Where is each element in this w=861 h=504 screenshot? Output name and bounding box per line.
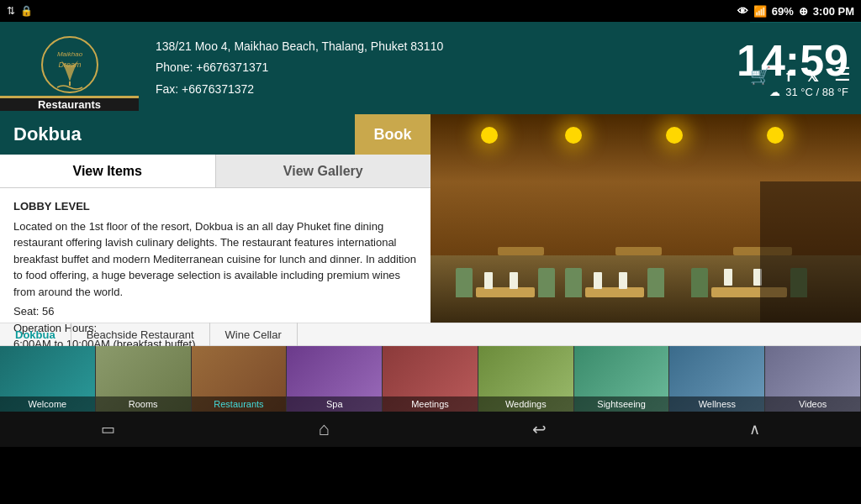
android-icon: ⊕ [799,5,808,18]
seat-info: Seat: 56 [13,303,417,320]
tab-beachside[interactable]: Beachside Restaurant [71,323,210,346]
description-text: Located on the 1st floor of the resort, … [13,218,417,301]
restaurant-name: Dokbua [0,123,355,145]
thumb-welcome[interactable]: Welcome [0,346,96,412]
level-title: LOBBY LEVEL [13,198,417,215]
home-button[interactable]: ⌂ [318,418,329,440]
facebook-icon[interactable]: f [786,68,791,86]
tab-view-gallery[interactable]: View Gallery [216,155,431,187]
thumb-wellness[interactable]: Wellness [669,346,765,412]
back-button[interactable]: ↩ [532,419,547,439]
thumb-videos[interactable]: Videos [765,346,861,412]
tabs: View Items View Gallery [0,155,430,188]
wifi-icon: 📶 [753,5,767,18]
thumb-welcome-label: Welcome [0,396,95,412]
thumb-rooms-label: Rooms [96,396,191,412]
thumb-spa-label: Spa [287,396,382,412]
recent-apps-button[interactable]: ▭ [101,420,115,438]
cart-icon[interactable]: 🛒 [750,66,771,86]
nav-label[interactable]: Restaurants [0,98,139,111]
contact-info: 138/21 Moo 4, Maikhao Beach, Thalang, Ph… [139,36,693,100]
tab-view-items[interactable]: View Items [0,155,216,187]
twitter-icon[interactable]: 𝕏 [806,67,819,86]
restaurant-photo [430,114,861,323]
restaurant-photo-panel [430,114,861,323]
thumb-rooms[interactable]: Rooms [96,346,192,412]
thumb-meetings[interactable]: Meetings [383,346,478,412]
bottom-thumbnails: Welcome Rooms Restaurants Spa Meetings W… [0,346,861,412]
book-button[interactable]: Book [355,114,430,155]
thumb-restaurants[interactable]: Restaurants [192,346,288,412]
main-content: Dokbua Book View Items View Gallery LOBB… [0,114,861,323]
thumb-weddings-label: Weddings [478,396,573,412]
lock-icon: 🔒 [20,5,33,17]
thumb-sightseeing-label: Sightseeing [574,396,669,412]
usb-icon: ⇅ [7,5,15,17]
menu-icon[interactable]: ☰ [834,64,851,86]
system-time: 3:00 PM [813,5,854,18]
status-bar: ⇅ 🔒 👁 📶 69% ⊕ 3:00 PM [0,0,861,22]
restaurant-sub-tabs: Dokbua Beachside Restaurant Wine Cellar [0,323,861,346]
eye-icon: 👁 [737,5,748,18]
battery-percent: 69% [772,5,794,18]
thumb-restaurants-label: Restaurants [192,396,287,412]
thumb-videos-label: Videos [765,396,860,412]
phone: Phone: +6676371371 [156,57,693,78]
address: 138/21 Moo 4, Maikhao Beach, Thalang, Ph… [156,36,693,57]
svg-text:Maikhao: Maikhao [56,50,82,58]
restaurant-bar: Dokbua Book [0,114,430,155]
up-button[interactable]: ∧ [749,420,760,438]
tab-wine-cellar[interactable]: Wine Cellar [210,323,298,346]
android-nav-bar: ▭ ⌂ ↩ ∧ [0,412,861,447]
thumb-weddings[interactable]: Weddings [478,346,574,412]
logo-image: Maikhao Dream [36,33,103,96]
thumb-meetings-label: Meetings [383,396,478,412]
left-panel: Dokbua Book View Items View Gallery LOBB… [0,114,430,323]
thumb-sightseeing[interactable]: Sightseeing [574,346,670,412]
thumb-spa[interactable]: Spa [287,346,383,412]
thumb-wellness-label: Wellness [669,396,764,412]
fax: Fax: +6676371372 [156,79,693,100]
header: Maikhao Dream Restaurants 138/21 Moo 4, … [0,22,861,114]
logo-area: Maikhao Dream [0,33,139,98]
tab-dokbua[interactable]: Dokbua [0,323,71,346]
